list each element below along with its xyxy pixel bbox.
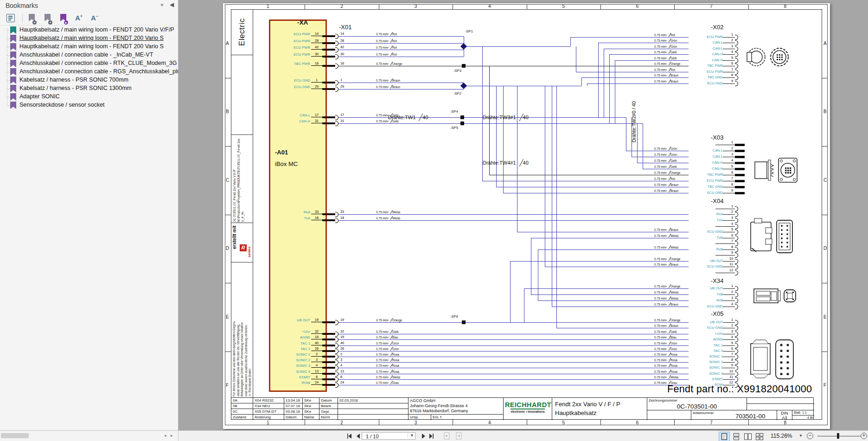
wire-segment	[598, 43, 599, 117]
xa-pin-number: 32	[311, 329, 322, 334]
title-block: 0A 0B 0C Zustand X04 RS232 X34 NEU X05 D…	[231, 397, 814, 420]
decrease-text-size-icon[interactable]: A−	[91, 14, 98, 22]
x01-pin-number: 32	[340, 329, 351, 333]
xa-pin-label: ECU PWR	[268, 45, 310, 50]
xa-pin-number: 30	[311, 52, 322, 57]
rev-aenderung: X04 RS232	[253, 398, 284, 403]
next-view-button[interactable]	[455, 432, 464, 440]
bookmark-item[interactable]: Kabelsatz / harness - PSR SONIC 700mm	[0, 76, 179, 84]
wire-segment	[338, 345, 735, 346]
connector-pin-function-label: AGND	[689, 337, 723, 341]
panel-expand-icon[interactable]: »	[160, 1, 164, 8]
bookmark-item[interactable]: Anschlusskabel / connection cable - RTK_…	[0, 59, 179, 68]
new-bookmark-icon[interactable]: +	[45, 14, 51, 23]
splice-label: -SP2	[453, 91, 461, 96]
connector-pin-number: 4	[725, 335, 733, 339]
two-page-layout-button[interactable]	[742, 432, 753, 441]
connector-pin-number: 2	[725, 290, 733, 294]
connector-pin-number: 4	[725, 158, 733, 162]
first-page-button[interactable]	[345, 433, 353, 440]
wire-gauge-label: 0.75 mm²Gelb	[376, 330, 399, 333]
previous-view-button[interactable]	[443, 432, 452, 440]
x01-pin-number: 14	[340, 32, 351, 36]
connector-pin-number: 3	[725, 296, 733, 300]
zoom-slider-handle[interactable]	[837, 433, 839, 439]
pin-contact-bar	[322, 35, 335, 38]
wire-gauge-label: 0.75 mm²Weiss	[376, 216, 400, 220]
hscroll-left-arrow[interactable]: ◂	[164, 433, 166, 438]
connector-pin-number: 3	[725, 329, 733, 333]
bookmark-item-label: Anschlusskabel / connection cable - _InC…	[19, 51, 153, 58]
zoom-out-button[interactable]: −	[807, 433, 813, 439]
toolbar-separator	[22, 13, 23, 23]
bookmark-item[interactable]: Hauptkabelsatz / main wiring loom - FEND…	[0, 43, 179, 51]
two-page-continuous-layout-button[interactable]	[754, 432, 765, 441]
wire-segment	[338, 339, 735, 340]
connector-pin-function-label: CAN-H	[689, 160, 723, 165]
pin-contact-bar	[322, 339, 335, 341]
panel-collapse-icon[interactable]: ◀	[170, 1, 174, 8]
next-page-button[interactable]	[420, 433, 427, 440]
grid-row-label: A	[226, 41, 229, 46]
previous-page-button[interactable]	[354, 433, 362, 440]
connector-pin-function-label: ECU PWR	[689, 35, 723, 39]
pin-contact-bar	[322, 373, 335, 375]
wire-segment	[338, 362, 735, 363]
wire-gauge-label: 0.75 mm²Grün	[654, 38, 677, 42]
connector-pin-number: 6	[725, 346, 733, 351]
splice-symbol	[462, 320, 466, 324]
wire-segment	[576, 46, 576, 72]
sidebar-hscrollbar: ◂ ▸	[0, 431, 179, 441]
wire-segment	[538, 249, 538, 300]
connector-pin-function-label: CAN-L	[689, 40, 723, 45]
bookmark-item[interactable]: Hauptkabelsatz / main wiring loom - FEND…	[0, 34, 179, 43]
company-address: AGCO GmbH Johann-Georg-Fendt-Strasse 4 8…	[408, 398, 504, 415]
bookmark-item[interactable]: Hauptkabelsatz / main wiring loom - FEND…	[0, 26, 179, 34]
bookmark-item-label: Kabelsatz / harness - PSR SONIC 1300mm	[19, 85, 132, 91]
continuous-layout-button[interactable]	[731, 432, 742, 441]
connector-pin-number: 9	[725, 363, 733, 367]
bookmark-options-icon[interactable]	[6, 14, 15, 22]
zoom-slider-track[interactable]	[817, 436, 861, 437]
zoom-dropdown-caret[interactable]: ▼	[799, 434, 803, 438]
connector-pin-number: 7	[725, 352, 733, 356]
document-viewer[interactable]: 1122334455667788AABBCCDDEEFF Electric 0C…	[179, 0, 868, 430]
zoom-in-button[interactable]: +	[861, 433, 867, 439]
bookmark-item[interactable]: Sensorsteckdose / sensor socket	[0, 101, 179, 109]
bookmark-item[interactable]: Kabelsatz / harness - PSR SONIC 1300mm	[0, 84, 179, 93]
pdf-viewer-window: Bookmarks » ◀ × + ▸ A+ A− Hauptkabelsatz…	[0, 0, 868, 441]
xa-pin-number: 29	[311, 84, 322, 89]
connector-pin-function-label: CAN-H	[689, 166, 723, 171]
delete-bookmark-icon[interactable]: ×	[29, 14, 35, 23]
created-with-label: erstellt mit	[232, 223, 237, 249]
reichhardt-series-logo: R	[240, 244, 247, 251]
hscroll-right-arrow[interactable]: ▸	[171, 433, 173, 438]
goto-bookmark-icon[interactable]: ▸	[60, 14, 66, 23]
connector-pin-number: 6	[725, 61, 733, 65]
pin-contact-bar	[322, 56, 335, 58]
wire-segment	[338, 220, 735, 221]
wire-segment	[503, 86, 504, 193]
bookmark-item[interactable]: Anschlusskabel / connection cable - RGS_…	[0, 68, 179, 76]
increase-text-size-icon[interactable]: A+	[75, 14, 83, 22]
last-page-button[interactable]	[428, 433, 435, 440]
wire-gauge-label: 0.75 mm²Rot	[654, 177, 675, 180]
bookmark-item-label: Anschlusskabel / connection cable - RGS_…	[19, 68, 179, 75]
grid-column-label: 2	[335, 420, 349, 425]
bookmark-item[interactable]: Anschlusskabel / connection cable - _InC…	[0, 51, 179, 59]
connector-pin-function-label: TxB	[689, 236, 723, 240]
zoom-level-text[interactable]: 115.26%	[771, 433, 792, 439]
connector-pin-function-label: TBC GND	[689, 185, 723, 189]
wire-gauge-label: 0.75 mm²Orange	[376, 62, 402, 65]
single-page-layout-button[interactable]	[719, 432, 730, 441]
hscroll-thumb[interactable]	[1, 433, 29, 438]
pin-contact-rect	[735, 180, 745, 182]
connector-pin-number: 12	[725, 268, 733, 272]
page-dropdown-caret[interactable]: ▼	[408, 433, 414, 438]
xa-pin-label: RxA	[268, 210, 310, 214]
connector-pictogram-x03	[754, 156, 798, 186]
connector-pin-function-label: ECU GND	[689, 326, 723, 330]
bookmark-item[interactable]: Adapter SONIC	[0, 93, 179, 101]
grid-row-label: C	[226, 178, 229, 183]
page-number-box[interactable]: 1 / 10 ▼	[362, 432, 415, 440]
